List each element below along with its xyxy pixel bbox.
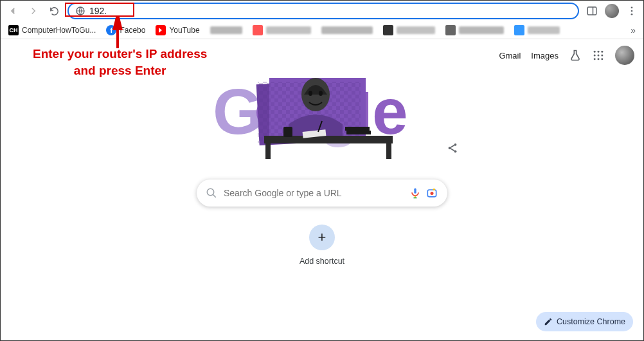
svg-point-13 (601, 55, 603, 57)
bookmark-label: ComputerHowToGu... (22, 26, 96, 35)
svg-point-10 (601, 51, 603, 53)
svg-point-30 (319, 91, 323, 96)
bookmark-item-blurred[interactable] (510, 24, 564, 37)
annotation-text: Enter your router's IP address and press… (33, 46, 207, 78)
bookmarks-bar: CH ComputerHowToGu... f Facebo YouTube » (1, 21, 643, 39)
share-doodle-button[interactable] (443, 138, 462, 158)
svg-text:G: G (213, 75, 263, 147)
svg-point-8 (594, 51, 596, 53)
apps-grid-icon[interactable] (592, 49, 605, 62)
omnibox[interactable] (67, 3, 579, 19)
bookmark-item[interactable]: CH ComputerHowToGu... (4, 24, 100, 37)
search-input[interactable] (224, 188, 398, 198)
svg-point-12 (598, 55, 600, 57)
customize-chrome-button[interactable]: Customize Chrome (536, 312, 633, 331)
svg-point-14 (594, 58, 596, 60)
svg-rect-32 (265, 143, 271, 159)
svg-line-43 (213, 194, 216, 198)
bookmark-item-blurred[interactable] (442, 24, 508, 37)
svg-point-11 (594, 55, 596, 57)
voice-search-icon[interactable] (409, 187, 422, 199)
svg-rect-38 (346, 131, 371, 134)
bookmark-item-blurred[interactable] (206, 25, 246, 35)
svg-rect-3 (587, 7, 596, 15)
browser-toolbar (1, 1, 643, 21)
annotation-line1: Enter your router's IP address (33, 46, 207, 62)
google-doodle[interactable]: G g e (213, 60, 431, 163)
svg-point-29 (309, 91, 312, 96)
search-icon (206, 187, 217, 199)
bookmark-item-blurred[interactable] (379, 24, 439, 37)
svg-rect-33 (386, 143, 391, 159)
svg-rect-31 (264, 136, 393, 143)
profile-avatar[interactable] (615, 46, 634, 65)
side-panel-icon[interactable] (586, 5, 598, 17)
customize-chrome-label: Customize Chrome (557, 317, 625, 326)
svg-rect-37 (345, 127, 370, 131)
search-box[interactable] (197, 180, 447, 207)
globe-icon (75, 6, 85, 16)
svg-point-48 (431, 192, 434, 195)
reload-button[interactable] (47, 4, 61, 18)
svg-rect-49 (433, 189, 435, 190)
forward-button[interactable] (26, 4, 40, 18)
facebook-icon: f (106, 25, 116, 35)
bookmark-label: YouTube (169, 26, 199, 35)
pencil-icon (544, 317, 553, 326)
bookmark-item[interactable]: YouTube (152, 24, 203, 37)
svg-point-15 (598, 58, 600, 60)
omnibox-input[interactable] (89, 6, 571, 16)
back-button[interactable] (6, 4, 20, 18)
gmail-link[interactable]: Gmail (499, 51, 521, 60)
bookmark-item-blurred[interactable] (318, 25, 377, 35)
profile-avatar-toolbar[interactable] (605, 4, 619, 18)
annotation-line2: and press Enter (33, 62, 207, 79)
svg-point-5 (631, 6, 633, 8)
images-link[interactable]: Images (531, 51, 559, 60)
svg-point-9 (598, 51, 600, 53)
add-shortcut-label: Add shortcut (300, 257, 344, 266)
svg-point-42 (207, 189, 214, 196)
svg-point-6 (631, 10, 633, 12)
svg-point-16 (601, 58, 603, 60)
labs-icon[interactable] (569, 49, 582, 62)
lens-search-icon[interactable] (425, 187, 438, 199)
bookmark-item-blurred[interactable] (249, 24, 315, 37)
bookmark-item[interactable]: f Facebo (102, 24, 149, 37)
header-right: Gmail Images (499, 46, 634, 65)
svg-rect-44 (414, 189, 416, 194)
add-shortcut-button[interactable]: + Add shortcut (300, 225, 344, 266)
svg-point-7 (631, 14, 633, 15)
youtube-icon (156, 25, 166, 35)
chrome-menu-icon[interactable] (625, 5, 638, 17)
favicon: CH (8, 25, 19, 35)
svg-rect-34 (283, 127, 292, 137)
bookmarks-overflow-icon[interactable]: » (627, 25, 640, 35)
bookmark-label: Facebo (120, 26, 145, 35)
plus-icon: + (309, 225, 335, 250)
